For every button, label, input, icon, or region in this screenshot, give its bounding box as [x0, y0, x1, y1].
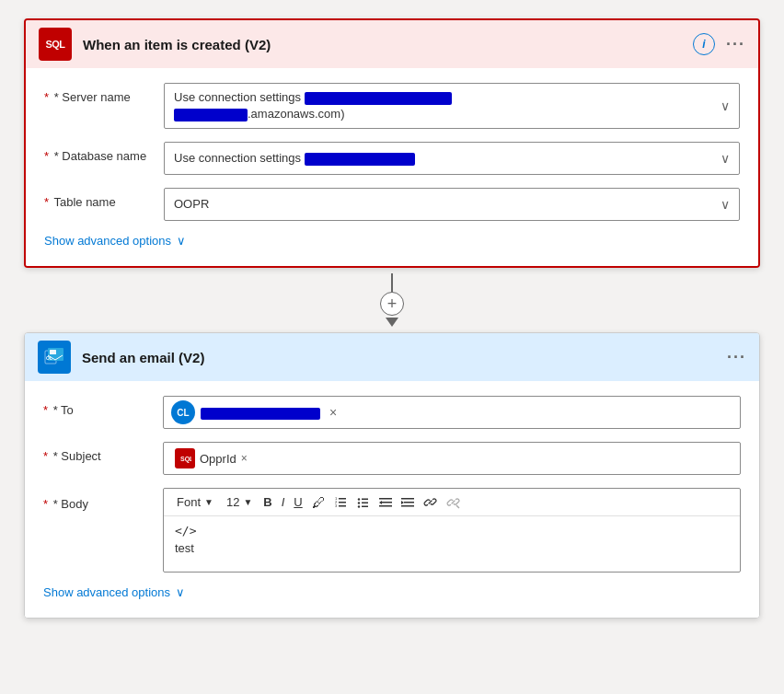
highlight-button[interactable]: 🖊: [308, 492, 329, 512]
svg-point-14: [358, 502, 360, 503]
database-name-value: Use connection settings: [174, 150, 713, 167]
trigger-card-title: When an item is created (V2): [83, 37, 693, 52]
server-name-label: * * Server name: [44, 83, 164, 104]
svg-rect-18: [379, 498, 392, 500]
underline-button[interactable]: U: [290, 493, 306, 511]
required-star: *: [44, 90, 49, 104]
remove-subject-tag-button[interactable]: ×: [241, 452, 248, 465]
action-advanced-chevron-icon: ∨: [176, 585, 185, 599]
database-name-field[interactable]: Use connection settings ∨: [164, 142, 740, 175]
required-star-subject: *: [43, 449, 48, 463]
show-advanced-action[interactable]: Show advanced options ∨: [43, 585, 741, 599]
table-name-field[interactable]: OOPR ∨: [164, 188, 740, 221]
subject-tag-icon: SQL: [175, 448, 195, 468]
trigger-card: SQL When an item is created (V2) i ··· *…: [24, 18, 760, 268]
server-name-field[interactable]: Use connection settings .amazonaws.com) …: [164, 83, 740, 129]
trigger-card-body: * * Server name Use connection settings …: [26, 68, 758, 266]
action-card-body: * * To CL ×: [25, 381, 759, 618]
more-options-button[interactable]: ···: [726, 35, 745, 54]
subject-label: * * Subject: [43, 442, 163, 463]
to-input[interactable]: CL ×: [163, 396, 741, 429]
action-header-actions: ···: [727, 348, 746, 367]
required-star-to: *: [43, 403, 48, 417]
body-row: * * Body Font ▼ 12: [43, 488, 741, 573]
server-chevron-icon: ∨: [721, 98, 730, 113]
svg-rect-7: [339, 502, 346, 503]
subject-tag-label: OpprId: [200, 452, 236, 466]
table-name-value: OOPR: [174, 196, 713, 213]
svg-rect-6: [339, 498, 346, 500]
svg-rect-2: [50, 350, 56, 354]
editor-content[interactable]: </> test: [164, 516, 740, 572]
required-star-body: *: [43, 497, 48, 511]
font-dropdown[interactable]: Font ▼: [171, 493, 219, 511]
body-label: * * Body: [43, 488, 163, 511]
to-row: * * To CL ×: [43, 396, 741, 429]
body-text: test: [175, 538, 729, 555]
table-chevron-icon: ∨: [721, 197, 730, 212]
subject-row: * * Subject SQL OpprId: [43, 442, 741, 475]
subject-input[interactable]: SQL OpprId ×: [163, 442, 741, 475]
body-editor[interactable]: Font ▼ 12 ▼ B I: [163, 488, 741, 573]
svg-text:3: 3: [335, 503, 338, 508]
outlook-icon: OL: [38, 341, 71, 374]
numbered-list-button[interactable]: 1 2 3: [331, 494, 352, 511]
svg-rect-17: [362, 505, 368, 507]
decrease-indent-button[interactable]: [375, 494, 396, 511]
to-label: * * To: [43, 396, 163, 417]
bold-button[interactable]: B: [259, 493, 275, 511]
font-dropdown-arrow: ▼: [204, 497, 213, 507]
insert-link-button[interactable]: [420, 493, 441, 511]
bullet-list-button[interactable]: [353, 494, 374, 511]
remove-recipient-button[interactable]: ×: [329, 405, 337, 420]
action-more-options-button[interactable]: ···: [727, 348, 746, 367]
database-name-label: * * Database name: [44, 142, 164, 163]
svg-rect-15: [362, 502, 368, 503]
editor-toolbar: Font ▼ 12 ▼ B I: [164, 489, 740, 516]
svg-rect-20: [379, 505, 392, 507]
increase-indent-button[interactable]: [398, 494, 418, 511]
svg-rect-13: [362, 498, 368, 500]
database-name-dropdown[interactable]: Use connection settings ∨: [164, 142, 740, 175]
server-name-row: * * Server name Use connection settings …: [44, 83, 740, 129]
remove-link-button[interactable]: [443, 493, 464, 511]
trigger-header-actions: i ···: [693, 33, 745, 55]
info-button[interactable]: i: [693, 33, 715, 55]
advanced-chevron-icon: ∨: [177, 234, 186, 248]
svg-rect-19: [382, 502, 392, 503]
database-chevron-icon: ∨: [721, 151, 730, 166]
table-name-dropdown[interactable]: OOPR ∨: [164, 188, 740, 221]
connector-line-top: [391, 273, 393, 292]
trigger-card-header: SQL When an item is created (V2) i ···: [26, 20, 758, 68]
svg-rect-8: [339, 505, 346, 507]
body-field[interactable]: Font ▼ 12 ▼ B I: [163, 488, 741, 573]
add-step-button[interactable]: +: [380, 292, 404, 316]
database-name-row: * * Database name Use connection setting…: [44, 142, 740, 175]
table-name-row: * Table name OOPR ∨: [44, 188, 740, 221]
font-size-dropdown[interactable]: 12 ▼: [221, 493, 258, 511]
sql-icon: SQL: [39, 28, 72, 61]
required-star-table: *: [44, 195, 49, 209]
show-advanced-trigger[interactable]: Show advanced options ∨: [44, 234, 740, 248]
svg-line-24: [456, 505, 459, 508]
svg-text:SQL: SQL: [180, 456, 191, 463]
svg-rect-22: [404, 502, 414, 503]
action-card: OL Send an email (V2) ··· * * To CL: [24, 332, 760, 619]
server-name-dropdown[interactable]: Use connection settings .amazonaws.com) …: [164, 83, 740, 129]
code-tag: </>: [175, 524, 196, 538]
action-card-header: OL Send an email (V2) ···: [25, 333, 759, 381]
required-star-db: *: [44, 149, 49, 163]
svg-text:OL: OL: [46, 355, 52, 361]
connector-arrow: [386, 318, 398, 327]
avatar: CL: [171, 400, 195, 424]
to-field[interactable]: CL ×: [163, 396, 741, 429]
svg-point-12: [358, 498, 360, 500]
table-name-label: * Table name: [44, 188, 164, 209]
italic-button[interactable]: I: [278, 493, 289, 511]
svg-rect-21: [401, 498, 414, 500]
font-size-dropdown-arrow: ▼: [243, 497, 252, 507]
subject-field[interactable]: SQL OpprId ×: [163, 442, 741, 475]
recipient-name: [201, 406, 320, 420]
server-name-value: Use connection settings .amazonaws.com): [174, 89, 713, 122]
svg-point-16: [358, 505, 360, 507]
